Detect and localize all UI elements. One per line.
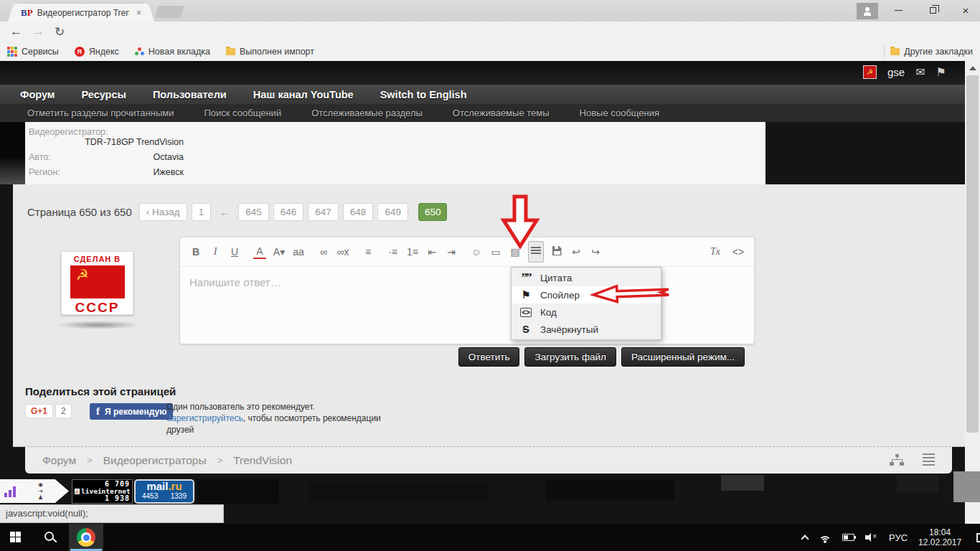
gplus-button[interactable]: G+1 <box>25 404 53 418</box>
pagination-current-page[interactable]: 650 <box>418 203 448 221</box>
register-link[interactable]: Зарегистрируйтесь <box>166 413 243 423</box>
user-avatar-large[interactable]: СДЕЛАН В ☭ СССР <box>61 251 133 315</box>
subnav-mark-read[interactable]: Отметить разделы прочитанными <box>27 108 174 118</box>
action-center-icon[interactable] <box>976 533 980 542</box>
remove-format-icon[interactable]: Tx <box>709 243 722 260</box>
new-tab-button[interactable] <box>154 6 184 18</box>
nav-youtube[interactable]: Наш канал YouTube <box>253 89 354 100</box>
nav-users[interactable]: Пользователи <box>153 89 227 100</box>
annotation-left-arrow <box>590 283 673 306</box>
menu-list-icon[interactable] <box>923 457 935 458</box>
profile-label: Видеорегистратор: <box>29 127 108 137</box>
reply-button[interactable]: Ответить <box>458 347 520 367</box>
pagination-page-648[interactable]: 648 <box>343 203 374 221</box>
nav-switch-english[interactable]: Switch to English <box>380 89 467 100</box>
sitemap-icon[interactable] <box>890 454 904 466</box>
indent-icon[interactable]: ⇥ <box>445 243 458 260</box>
subnav-watched-threads[interactable]: Отслеживаемые темы <box>453 108 550 118</box>
facebook-recommend-button[interactable]: f Я рекомендую <box>90 403 173 420</box>
subnav-watched-forums[interactable]: Отслеживаемые разделы <box>311 108 423 118</box>
liveinternet-counter[interactable]: 6 709 liveinternet 1 938 <box>72 479 133 504</box>
bookmark-label: Новая вкладка <box>149 47 210 57</box>
redo-icon[interactable]: ↪ <box>589 243 602 260</box>
breadcrumb-forum[interactable]: Форум <box>42 454 76 467</box>
drafts-save-icon[interactable] <box>550 243 563 260</box>
pagination-page-647[interactable]: 647 <box>308 203 339 221</box>
bookmark-imported[interactable]: Выполнен импорт <box>226 47 314 57</box>
reload-icon[interactable]: ↻ <box>55 24 65 39</box>
bold-icon[interactable]: B <box>189 243 202 260</box>
nav-forum[interactable]: Форум <box>20 89 55 100</box>
inbox-icon[interactable]: ✉ <box>915 65 925 79</box>
forum-subnav: Отметить разделы прочитанными Поиск сооб… <box>0 104 980 122</box>
subnav-search-posts[interactable]: Поиск сообщений <box>204 108 281 118</box>
clock-date: 12.02.2017 <box>918 537 961 547</box>
user-avatar[interactable]: ☭ <box>863 65 877 79</box>
folder-icon <box>226 48 235 55</box>
scroll-up-icon[interactable] <box>969 66 976 70</box>
font-size-icon[interactable]: A▾ <box>273 243 286 260</box>
nav-resources[interactable]: Ресурсы <box>82 89 126 100</box>
bookmarks-divider <box>884 46 885 57</box>
scrollbar-thumb[interactable] <box>966 75 979 433</box>
link-icon[interactable]: ∞ <box>317 243 330 260</box>
restore-button[interactable] <box>918 0 947 20</box>
tray-expand-icon[interactable] <box>801 534 809 542</box>
undo-icon[interactable]: ↩ <box>570 243 583 260</box>
pagination-page-645[interactable]: 645 <box>238 203 269 221</box>
menu-item-strikethrough[interactable]: S Зачёркнутый <box>512 321 661 338</box>
editor-toolbar: B I U A A▾ aa ∞ ∞x ≡ ∙≡ 1≡ ⇤ ⇥ ☺ ▭ ▤ ↩ ↪ <box>180 237 754 267</box>
pagination-ellipsis-arrow: ← <box>215 207 234 218</box>
italic-icon[interactable]: I <box>209 243 222 260</box>
forward-icon[interactable]: → <box>32 24 44 39</box>
alerts-flag-icon[interactable]: ⚑ <box>936 65 946 79</box>
page-viewport: ☭ gse ✉ ⚑ Форум Ресурсы Пользователи Наш… <box>0 61 980 524</box>
openstat-counter[interactable]: ◉⇥♟ <box>0 479 69 503</box>
code-icon: <> <box>519 309 532 316</box>
menu-item-label: Цитата <box>540 273 572 283</box>
profile-label: Регион: <box>29 167 60 177</box>
subnav-new-posts[interactable]: Новые сообщения <box>580 108 660 118</box>
menu-item-code[interactable]: <> Код <box>512 303 661 321</box>
bookmark-yandex[interactable]: Я Яндекс <box>75 47 119 57</box>
page-scrollbar[interactable] <box>965 61 980 524</box>
taskbar-search-icon[interactable] <box>44 532 54 541</box>
language-indicator[interactable]: РУС <box>889 532 908 543</box>
close-button[interactable]: × <box>951 0 980 20</box>
taskbar-chrome-button[interactable] <box>69 524 103 551</box>
pagination-page-646[interactable]: 646 <box>273 203 304 221</box>
alignment-icon[interactable]: ≡ <box>362 243 374 260</box>
wifi-icon[interactable] <box>819 532 831 542</box>
bbcode-editor-icon[interactable]: <> <box>732 243 745 260</box>
underline-icon[interactable]: U <box>228 243 241 260</box>
unlink-icon[interactable]: ∞x <box>336 243 349 260</box>
mailru-counter[interactable]: mail.ru 4453 1339 <box>134 479 194 504</box>
upload-file-button[interactable]: Загрузить файл <box>524 347 616 367</box>
browser-tab[interactable]: ВР Видеорегистратор Trend × <box>16 4 146 22</box>
bullet-list-icon[interactable]: ∙≡ <box>387 243 400 260</box>
volume-muted-icon[interactable]: × <box>865 533 878 542</box>
username-link[interactable]: gse <box>887 66 905 78</box>
back-icon[interactable]: ← <box>10 24 22 39</box>
smilies-icon[interactable]: ☺ <box>470 243 483 260</box>
clock-time: 18:04 <box>918 527 961 537</box>
pagination-back-button[interactable]: ‹ Назад <box>139 203 187 221</box>
numbered-list-icon[interactable]: 1≡ <box>406 243 419 260</box>
battery-icon[interactable] <box>842 534 854 541</box>
bookmark-services[interactable]: Сервисы <box>7 47 59 57</box>
advanced-mode-button[interactable]: Расширенный режим... <box>621 347 745 367</box>
pagination-page-1[interactable]: 1 <box>192 203 212 221</box>
taskbar-clock[interactable]: 18:04 12.02.2017 <box>918 527 961 547</box>
browser-profile-button[interactable] <box>857 3 878 19</box>
minimize-button[interactable] <box>884 0 913 20</box>
tab-close-icon[interactable]: × <box>136 8 141 18</box>
text-color-icon[interactable]: A <box>253 245 266 259</box>
start-button[interactable] <box>10 532 22 544</box>
outdent-icon[interactable]: ⇤ <box>425 243 438 260</box>
bookmark-new-tab[interactable]: Новая вкладка <box>135 47 210 57</box>
breadcrumb-category[interactable]: Видеорегистраторы <box>103 454 207 467</box>
breadcrumb-current[interactable]: TrendVision <box>233 454 292 467</box>
font-family-icon[interactable]: aa <box>292 243 305 260</box>
other-bookmarks[interactable]: Другие закладки <box>890 47 973 57</box>
pagination-page-649[interactable]: 649 <box>377 203 408 221</box>
